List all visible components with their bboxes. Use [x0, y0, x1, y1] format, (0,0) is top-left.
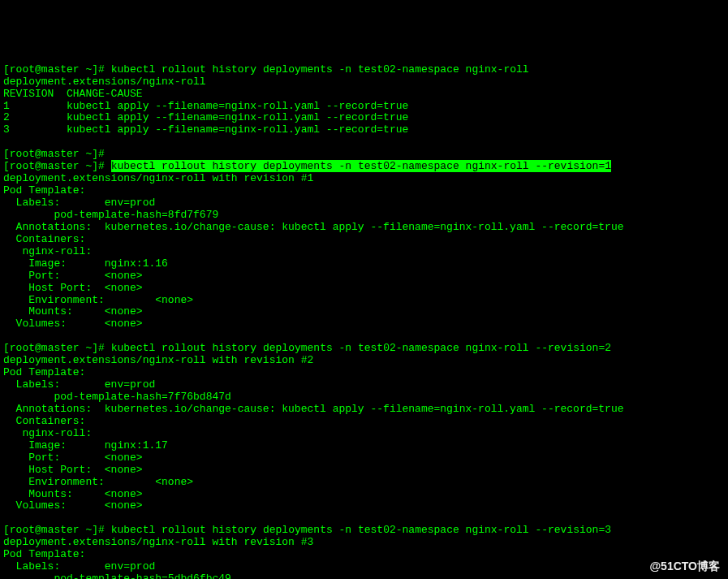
- rev1-env: Environment: <none>: [3, 294, 193, 306]
- cmd1-cols: REVISION CHANGE-CAUSE: [3, 88, 143, 100]
- rev2-mounts: Mounts: <none>: [3, 488, 143, 500]
- command-2-highlighted: kubectl rollout history deployments -n t…: [111, 160, 611, 172]
- rev2-image: Image: nginx:1.17: [3, 439, 168, 452]
- rev2-header: deployment.extensions/nginx-roll with re…: [3, 354, 313, 366]
- rev2-hash: pod-template-hash=7f76bd847d: [3, 391, 231, 403]
- rev2-containers: Containers:: [3, 415, 85, 427]
- rev1-annotations: Annotations: kubernetes.io/change-cause:…: [3, 221, 624, 233]
- command-3: kubectl rollout history deployments -n t…: [111, 342, 611, 354]
- rev3-hash: pod-template-hash=5dbd6fbc49: [3, 573, 231, 579]
- watermark-text: @51CTO博客: [649, 560, 720, 573]
- prompt: [root@master ~]#: [3, 524, 105, 536]
- rev1-pod-template: Pod Template:: [3, 184, 85, 197]
- rev1-image: Image: nginx:1.16: [3, 257, 168, 270]
- rev1-header: deployment.extensions/nginx-roll with re…: [3, 172, 313, 184]
- rev1-labels: Labels: env=prod: [3, 197, 155, 209]
- rev2-volumes: Volumes: <none>: [3, 499, 143, 512]
- cmd1-row: 3 kubectl apply --filename=nginx-roll.ya…: [3, 123, 408, 136]
- rev1-port: Port: <none>: [3, 270, 143, 282]
- cmd1-header: deployment.extensions/nginx-roll: [3, 76, 206, 88]
- rev2-annotations: Annotations: kubernetes.io/change-cause:…: [3, 403, 624, 415]
- prompt: [root@master ~]#: [3, 160, 105, 172]
- rev3-labels: Labels: env=prod: [3, 560, 155, 573]
- rev1-hash: pod-template-hash=8fd7f679: [3, 209, 218, 221]
- prompt: [root@master ~]#: [3, 63, 105, 76]
- rev2-host-port: Host Port: <none>: [3, 464, 143, 476]
- rev2-env: Environment: <none>: [3, 476, 193, 488]
- cmd1-row: 1 kubectl apply --filename=nginx-roll.ya…: [3, 100, 408, 112]
- command-1: kubectl rollout history deployments -n t…: [111, 63, 529, 76]
- rev1-containers: Containers:: [3, 233, 85, 245]
- cmd1-row: 2 kubectl apply --filename=nginx-roll.ya…: [3, 111, 408, 123]
- rev2-container: nginx-roll:: [3, 427, 92, 439]
- rev1-mounts: Mounts: <none>: [3, 305, 143, 318]
- rev1-volumes: Volumes: <none>: [3, 318, 143, 330]
- rev3-header: deployment.extensions/nginx-roll with re…: [3, 536, 313, 548]
- rev1-container: nginx-roll:: [3, 245, 92, 257]
- rev1-host-port: Host Port: <none>: [3, 282, 143, 294]
- prompt: [root@master ~]#: [3, 148, 105, 160]
- command-4: kubectl rollout history deployments -n t…: [111, 524, 611, 536]
- rev2-pod-template: Pod Template:: [3, 366, 85, 378]
- prompt: [root@master ~]#: [3, 342, 105, 354]
- rev2-labels: Labels: env=prod: [3, 378, 155, 391]
- rev3-pod-template: Pod Template:: [3, 548, 85, 560]
- terminal-output: [root@master ~]# kubectl rollout history…: [3, 52, 725, 579]
- rev2-port: Port: <none>: [3, 452, 143, 464]
